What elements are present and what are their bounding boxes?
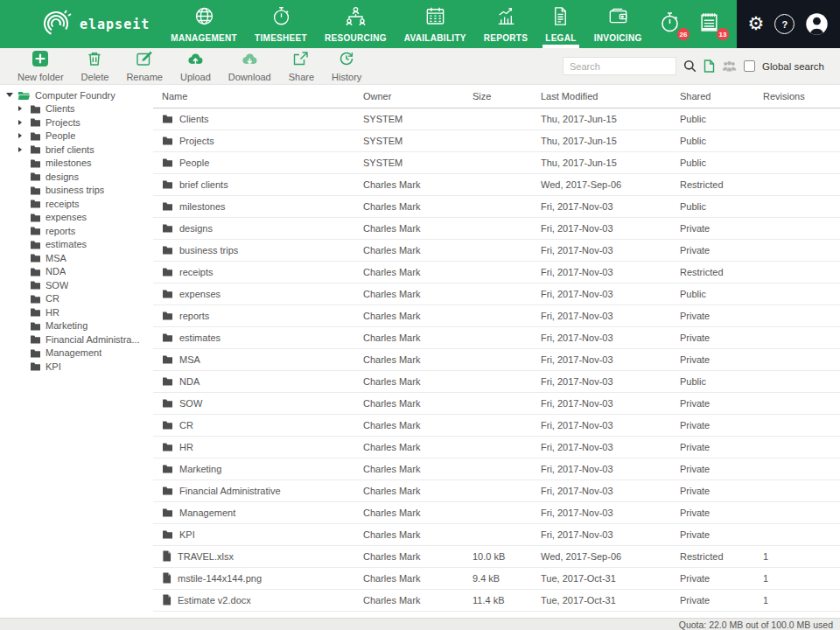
row-name[interactable]: Marketing bbox=[179, 464, 221, 474]
search-icon[interactable] bbox=[683, 60, 696, 73]
tree-item[interactable]: Projects bbox=[0, 116, 153, 130]
tree-item[interactable]: People bbox=[0, 130, 153, 144]
download-button[interactable]: Download bbox=[220, 50, 280, 82]
nav-resourcing[interactable]: RESOURCING bbox=[316, 0, 396, 48]
row-name[interactable]: milestones bbox=[179, 201, 226, 212]
tree-item[interactable]: SOW bbox=[0, 278, 153, 292]
tree-item[interactable]: receipts bbox=[0, 197, 153, 211]
row-name[interactable]: expenses bbox=[179, 289, 220, 299]
table-row[interactable]: reportsCharles MarkFri, 2017-Nov-03Priva… bbox=[153, 304, 840, 326]
row-name[interactable]: SOW bbox=[179, 398, 202, 409]
caret-down-icon[interactable] bbox=[6, 93, 18, 97]
delete-button[interactable]: Delete bbox=[73, 50, 118, 82]
tree-item[interactable]: Clients bbox=[0, 102, 153, 116]
col-owner[interactable]: Owner bbox=[363, 85, 472, 108]
help-icon[interactable]: ? bbox=[774, 14, 794, 34]
row-name[interactable]: HR bbox=[179, 442, 193, 452]
table-row[interactable]: KPICharles MarkFri, 2017-Nov-03Private bbox=[153, 523, 840, 545]
table-row[interactable]: business tripsCharles MarkFri, 2017-Nov-… bbox=[153, 239, 840, 261]
row-name[interactable]: receipts bbox=[179, 267, 214, 277]
tree-root[interactable]: Computer Foundry bbox=[0, 88, 153, 102]
invoicing-notification-button[interactable]: 13 bbox=[697, 10, 721, 38]
table-row[interactable]: Estimate v2.docxCharles Mark11.4 kBTue, … bbox=[153, 589, 840, 611]
row-name[interactable]: Financial Administrative bbox=[179, 486, 281, 496]
upload-button[interactable]: Upload bbox=[172, 50, 220, 82]
share-button[interactable]: Share bbox=[280, 50, 323, 82]
caret-right-icon[interactable] bbox=[18, 147, 30, 152]
tree-item[interactable]: designs bbox=[0, 170, 153, 184]
row-name[interactable]: Management bbox=[179, 508, 235, 518]
table-row[interactable]: mstile-144x144.pngCharles Mark9.4 kBTue,… bbox=[153, 567, 840, 589]
caret-right-icon[interactable] bbox=[18, 133, 30, 138]
history-button[interactable]: History bbox=[323, 50, 370, 82]
row-name[interactable]: business trips bbox=[179, 245, 238, 256]
row-name[interactable]: estimates bbox=[179, 332, 220, 343]
people-filter-icon[interactable] bbox=[722, 60, 737, 72]
table-row[interactable]: SOWCharles MarkFri, 2017-Nov-03Private bbox=[153, 392, 840, 414]
row-name[interactable]: Projects bbox=[179, 136, 214, 146]
nav-availability[interactable]: AVAILABILITY bbox=[396, 0, 475, 48]
table-row[interactable]: brief clientsCharles MarkWed, 2017-Sep-0… bbox=[153, 173, 840, 195]
caret-right-icon[interactable] bbox=[18, 120, 30, 125]
row-name[interactable]: People bbox=[179, 158, 209, 168]
row-name[interactable]: designs bbox=[179, 223, 213, 234]
tree-item[interactable]: CR bbox=[0, 292, 153, 306]
global-search-checkbox[interactable] bbox=[744, 60, 755, 72]
table-row[interactable]: ProjectsSYSTEMThu, 2017-Jun-15Public bbox=[153, 130, 840, 151]
row-name[interactable]: brief clients bbox=[179, 179, 228, 190]
col-revisions[interactable]: Revisions bbox=[763, 85, 840, 108]
tree-item[interactable]: expenses bbox=[0, 211, 153, 225]
nav-management[interactable]: MANAGEMENT bbox=[162, 0, 246, 48]
avatar[interactable] bbox=[805, 12, 829, 36]
col-size[interactable]: Size bbox=[472, 85, 541, 108]
row-name[interactable]: CR bbox=[179, 420, 193, 430]
nav-reports[interactable]: REPORTS bbox=[475, 0, 536, 48]
tree-item[interactable]: milestones bbox=[0, 157, 153, 171]
tree-item[interactable]: business trips bbox=[0, 184, 153, 198]
row-name[interactable]: MSA bbox=[179, 354, 200, 365]
tree-item[interactable]: MSA bbox=[0, 251, 153, 265]
row-name[interactable]: NDA bbox=[179, 376, 200, 387]
table-row[interactable]: receiptsCharles MarkFri, 2017-Nov-03Rest… bbox=[153, 261, 840, 283]
col-shared[interactable]: Shared bbox=[680, 85, 763, 108]
table-row[interactable]: PeopleSYSTEMThu, 2017-Jun-15Public bbox=[153, 151, 840, 173]
timer-notification-button[interactable]: 26 bbox=[658, 10, 682, 38]
table-row[interactable]: designsCharles MarkFri, 2017-Nov-03Priva… bbox=[153, 217, 840, 239]
row-name[interactable]: TRAVEL.xlsx bbox=[178, 551, 234, 562]
nav-legal[interactable]: LEGAL bbox=[536, 0, 584, 48]
table-row[interactable]: expensesCharles MarkFri, 2017-Nov-03Publ… bbox=[153, 283, 840, 304]
tree-item[interactable]: reports bbox=[0, 224, 153, 238]
tree-item[interactable]: HR bbox=[0, 305, 153, 319]
gear-icon[interactable]: ⚙ bbox=[748, 15, 765, 33]
tree-item[interactable]: NDA bbox=[0, 265, 153, 279]
row-name[interactable]: mstile-144x144.png bbox=[178, 573, 262, 584]
table-row[interactable]: estimatesCharles MarkFri, 2017-Nov-03Pri… bbox=[153, 326, 840, 348]
table-row[interactable]: MarketingCharles MarkFri, 2017-Nov-03Pri… bbox=[153, 458, 840, 480]
row-name[interactable]: KPI bbox=[179, 529, 195, 540]
tree-item[interactable]: Management bbox=[0, 346, 153, 360]
tree-item[interactable]: Marketing bbox=[0, 319, 153, 333]
table-row[interactable]: ClientsSYSTEMThu, 2017-Jun-15Public bbox=[153, 108, 840, 130]
nav-invoicing[interactable]: INVOICING bbox=[585, 0, 651, 48]
row-name[interactable]: reports bbox=[179, 311, 209, 321]
col-modified[interactable]: Last Modified bbox=[541, 85, 680, 108]
search-input[interactable] bbox=[563, 57, 676, 75]
row-name[interactable]: Clients bbox=[179, 114, 209, 124]
new-folder-button[interactable]: New folder bbox=[9, 50, 73, 82]
table-row[interactable]: milestonesCharles MarkFri, 2017-Nov-03Pu… bbox=[153, 195, 840, 217]
table-row[interactable]: ManagementCharles MarkFri, 2017-Nov-03Pr… bbox=[153, 501, 840, 523]
table-row[interactable]: MSACharles MarkFri, 2017-Nov-03Private bbox=[153, 348, 840, 370]
nav-timesheet[interactable]: TIMESHEET bbox=[246, 0, 316, 48]
table-row[interactable]: CRCharles MarkFri, 2017-Nov-03Private bbox=[153, 414, 840, 436]
row-name[interactable]: Estimate v2.docx bbox=[178, 595, 251, 606]
tree-item[interactable]: KPI bbox=[0, 360, 153, 374]
table-row[interactable]: HRCharles MarkFri, 2017-Nov-03Private bbox=[153, 436, 840, 458]
tree-item[interactable]: estimates bbox=[0, 238, 153, 252]
brand[interactable]: elapseit bbox=[42, 0, 150, 48]
tree-item[interactable]: brief clients bbox=[0, 143, 153, 157]
caret-right-icon[interactable] bbox=[18, 106, 30, 111]
file-filter-icon[interactable] bbox=[704, 60, 715, 73]
rename-button[interactable]: Rename bbox=[117, 50, 172, 82]
tree-item[interactable]: Financial Administra... bbox=[0, 332, 153, 346]
table-row[interactable]: Financial AdministrativeCharles MarkFri,… bbox=[153, 480, 840, 501]
